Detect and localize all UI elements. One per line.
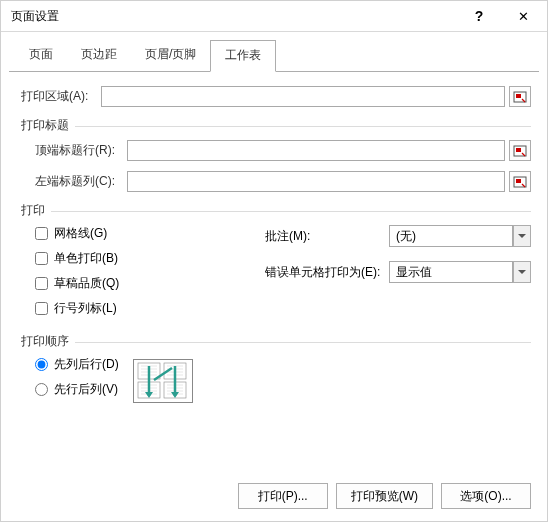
options-button[interactable]: 选项(O)... (441, 483, 531, 509)
help-button[interactable]: ? (457, 2, 501, 30)
print-titles-section: 打印标题 (21, 117, 531, 134)
svg-rect-5 (516, 179, 521, 183)
page-order-diagram (133, 359, 193, 403)
print-combos: 批注(M): (无) 错误单元格打印为(E): 显示值 (265, 225, 531, 325)
dialog-body: 打印区域(A): 打印标题 顶端标题行(R): 左端标题列(C): (1, 72, 547, 416)
chevron-down-icon[interactable] (513, 225, 531, 247)
tab-margins[interactable]: 页边距 (67, 40, 131, 71)
window-title: 页面设置 (11, 8, 59, 25)
tab-page[interactable]: 页面 (15, 40, 67, 71)
top-row-ref-button[interactable] (509, 140, 531, 161)
left-col-row: 左端标题列(C): (35, 171, 531, 192)
over-down-radio[interactable]: 先行后列(V) (35, 381, 119, 398)
print-area-input[interactable] (101, 86, 505, 107)
print-preview-button[interactable]: 打印预览(W) (336, 483, 433, 509)
print-area-ref-button[interactable] (509, 86, 531, 107)
svg-rect-1 (516, 94, 521, 98)
collapse-dialog-icon (513, 176, 527, 188)
title-controls: ? ✕ (457, 2, 545, 30)
page-order-section: 打印顺序 (21, 333, 531, 350)
left-col-ref-button[interactable] (509, 171, 531, 192)
comments-value: (无) (389, 225, 513, 247)
gridlines-checkbox[interactable]: 网格线(G) (35, 225, 265, 242)
errors-label: 错误单元格打印为(E): (265, 264, 389, 281)
collapse-dialog-icon (513, 91, 527, 103)
top-row-input[interactable] (127, 140, 505, 161)
page-setup-dialog: 页面设置 ? ✕ 页面 页边距 页眉/页脚 工作表 打印区域(A): 打印标题 … (0, 0, 548, 522)
print-area-row: 打印区域(A): (21, 86, 531, 107)
comments-label: 批注(M): (265, 228, 389, 245)
svg-rect-3 (516, 148, 521, 152)
blackwhite-checkbox[interactable]: 单色打印(B) (35, 250, 265, 267)
collapse-dialog-icon (513, 145, 527, 157)
close-button[interactable]: ✕ (501, 2, 545, 30)
print-section: 打印 (21, 202, 531, 219)
print-button[interactable]: 打印(P)... (238, 483, 328, 509)
dialog-footer: 打印(P)... 打印预览(W) 选项(O)... (238, 483, 531, 509)
rowcol-checkbox[interactable]: 行号列标(L) (35, 300, 265, 317)
errors-combo[interactable]: 显示值 (389, 261, 531, 283)
left-col-input[interactable] (127, 171, 505, 192)
print-area-label: 打印区域(A): (21, 88, 101, 105)
errors-value: 显示值 (389, 261, 513, 283)
left-col-label: 左端标题列(C): (35, 173, 127, 190)
draft-checkbox[interactable]: 草稿品质(Q) (35, 275, 265, 292)
tab-header-footer[interactable]: 页眉/页脚 (131, 40, 210, 71)
tab-sheet[interactable]: 工作表 (210, 40, 276, 72)
titlebar: 页面设置 ? ✕ (1, 1, 547, 31)
comments-combo[interactable]: (无) (389, 225, 531, 247)
down-over-radio[interactable]: 先列后行(D) (35, 356, 119, 373)
chevron-down-icon[interactable] (513, 261, 531, 283)
print-checkboxes: 网格线(G) 单色打印(B) 草稿品质(Q) 行号列标(L) (35, 225, 265, 325)
tab-bar: 页面 页边距 页眉/页脚 工作表 (1, 32, 547, 71)
page-order-radios: 先列后行(D) 先行后列(V) (35, 356, 119, 406)
top-row-label: 顶端标题行(R): (35, 142, 127, 159)
top-row-row: 顶端标题行(R): (35, 140, 531, 161)
